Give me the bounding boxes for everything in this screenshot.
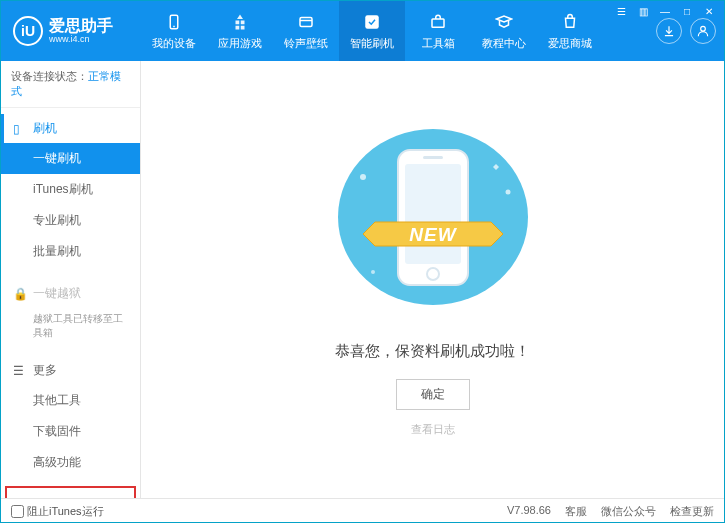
minimize-icon[interactable]: —	[656, 3, 674, 19]
checkbox-auto-activate[interactable]: 自动激活	[15, 496, 66, 498]
settings-icon[interactable]: ☰	[612, 3, 630, 19]
checkbox-label: 阻止iTunes运行	[27, 504, 104, 519]
nav-label: 应用游戏	[218, 36, 262, 51]
footer: 阻止iTunes运行 V7.98.66 客服 微信公众号 检查更新	[1, 498, 724, 523]
nav-label: 教程中心	[482, 36, 526, 51]
svg-rect-9	[405, 164, 461, 264]
flash-icon	[362, 12, 382, 32]
main-content: NEW 恭喜您，保资料刷机成功啦！ 确定 查看日志	[141, 61, 724, 498]
nav-ringtone[interactable]: 铃声壁纸	[273, 1, 339, 61]
user-button[interactable]	[690, 18, 716, 44]
apps-icon	[230, 12, 250, 32]
sidebar-item-batch-flash[interactable]: 批量刷机	[1, 236, 140, 267]
checkbox-highlight-box: 自动激活 跳过向导	[5, 486, 136, 498]
logo-area[interactable]: iU 爱思助手 www.i4.cn	[1, 16, 141, 46]
close-icon[interactable]: ✕	[700, 3, 718, 19]
checkbox-label: 自动激活	[31, 496, 66, 498]
nav-smart-flash[interactable]: 智能刷机	[339, 1, 405, 61]
toolbox-icon	[428, 12, 448, 32]
checkbox-label: 跳过向导	[92, 496, 127, 498]
success-message: 恭喜您，保资料刷机成功啦！	[335, 342, 530, 361]
nav-label: 爱思商城	[548, 36, 592, 51]
footer-update[interactable]: 检查更新	[670, 504, 714, 519]
nav-label: 我的设备	[152, 36, 196, 51]
link-icon[interactable]: ▥	[634, 3, 652, 19]
sidebar-item-other-tools[interactable]: 其他工具	[1, 385, 140, 416]
logo-icon: iU	[13, 16, 43, 46]
sidebar-item-advanced[interactable]: 高级功能	[1, 447, 140, 478]
device-icon	[164, 12, 184, 32]
sidebar: 设备连接状态：正常模式 ▯ 刷机 一键刷机 iTunes刷机 专业刷机 批量刷机…	[1, 61, 141, 498]
connection-status: 设备连接状态：正常模式	[1, 61, 140, 108]
section-title: 更多	[33, 362, 57, 379]
sidebar-section-more[interactable]: ☰ 更多	[1, 356, 140, 385]
svg-rect-11	[423, 156, 443, 159]
shop-icon	[560, 12, 580, 32]
new-badge-text: NEW	[409, 224, 457, 245]
svg-point-14	[371, 270, 375, 274]
nav-label: 智能刷机	[350, 36, 394, 51]
ok-button[interactable]: 确定	[396, 379, 470, 410]
conn-label: 设备连接状态：	[11, 70, 88, 82]
sidebar-section-jailbreak: 🔒 一键越狱	[1, 279, 140, 308]
phone-icon: ▯	[13, 122, 27, 136]
nav-toolbox[interactable]: 工具箱	[405, 1, 471, 61]
maximize-icon[interactable]: □	[678, 3, 696, 19]
footer-service[interactable]: 客服	[565, 504, 587, 519]
svg-point-12	[360, 174, 366, 180]
tutorial-icon	[494, 12, 514, 32]
section-title: 刷机	[33, 120, 57, 137]
lock-icon: 🔒	[13, 287, 27, 301]
section-title: 一键越狱	[33, 285, 81, 302]
sidebar-section-flash[interactable]: ▯ 刷机	[1, 114, 140, 143]
svg-point-6	[701, 26, 706, 31]
more-icon: ☰	[13, 364, 27, 378]
view-log-link[interactable]: 查看日志	[411, 422, 455, 437]
svg-rect-4	[365, 15, 379, 29]
nav-my-device[interactable]: 我的设备	[141, 1, 207, 61]
window-controls: ☰ ▥ — □ ✕	[612, 3, 718, 19]
sidebar-item-oneclick-flash[interactable]: 一键刷机	[1, 143, 140, 174]
app-url: www.i4.cn	[49, 34, 113, 44]
sidebar-item-itunes-flash[interactable]: iTunes刷机	[1, 174, 140, 205]
footer-wechat[interactable]: 微信公众号	[601, 504, 656, 519]
ringtone-icon	[296, 12, 316, 32]
svg-rect-2	[300, 17, 312, 26]
svg-rect-5	[432, 19, 444, 27]
sidebar-item-download-firmware[interactable]: 下载固件	[1, 416, 140, 447]
download-button[interactable]	[656, 18, 682, 44]
header-right	[656, 18, 724, 44]
nav-label: 铃声壁纸	[284, 36, 328, 51]
footer-version: V7.98.66	[507, 504, 551, 519]
nav-tutorial[interactable]: 教程中心	[471, 1, 537, 61]
app-name: 爱思助手	[49, 18, 113, 34]
nav-shop[interactable]: 爱思商城	[537, 1, 603, 61]
nav-label: 工具箱	[422, 36, 455, 51]
svg-point-13	[505, 190, 510, 195]
body: 设备连接状态：正常模式 ▯ 刷机 一键刷机 iTunes刷机 专业刷机 批量刷机…	[1, 61, 724, 498]
checkbox-skip-guide[interactable]: 跳过向导	[76, 496, 127, 498]
nav-apps[interactable]: 应用游戏	[207, 1, 273, 61]
checkbox-block-itunes[interactable]: 阻止iTunes运行	[11, 504, 104, 519]
main-nav: 我的设备 应用游戏 铃声壁纸 智能刷机 工具箱 教程中心 爱思商城	[141, 1, 603, 61]
phone-illustration: NEW	[353, 122, 513, 322]
sidebar-item-pro-flash[interactable]: 专业刷机	[1, 205, 140, 236]
checkbox-input[interactable]	[11, 505, 24, 518]
jailbreak-note: 越狱工具已转移至工具箱	[1, 308, 140, 344]
